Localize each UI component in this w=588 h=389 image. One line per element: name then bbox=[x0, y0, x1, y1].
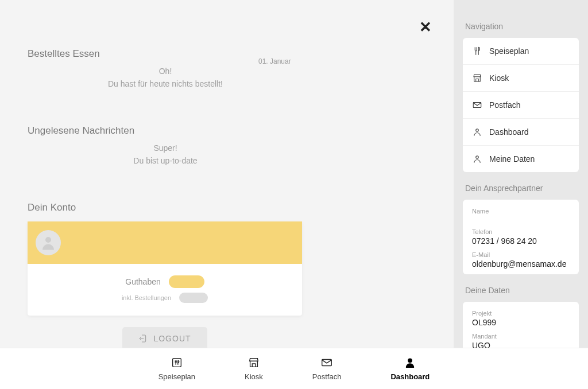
ordered-food-exclaim: Oh! bbox=[28, 67, 303, 76]
contact-card: Name Telefon 07231 / 968 24 20 E-Mail ol… bbox=[463, 200, 579, 274]
utensils-icon bbox=[171, 356, 183, 369]
tab-label: Dashboard bbox=[390, 372, 430, 381]
store-icon bbox=[247, 356, 260, 369]
balance-incl-value-pill bbox=[179, 293, 208, 303]
svg-point-0 bbox=[45, 237, 51, 243]
svg-rect-5 bbox=[322, 360, 332, 366]
ordered-food-date: 01. Januar bbox=[258, 57, 291, 65]
nav-label: Speiseplan bbox=[489, 46, 529, 56]
contact-email-value: oldenburg@mensamax.de bbox=[472, 259, 570, 269]
nav-label: Meine Daten bbox=[489, 154, 535, 164]
tab-dashboard[interactable]: Dashboard bbox=[390, 356, 430, 381]
nav-label: Kiosk bbox=[489, 73, 509, 83]
unread-heading: Ungelesene Nachrichten bbox=[28, 125, 431, 137]
store-icon bbox=[472, 73, 482, 83]
svg-rect-1 bbox=[473, 103, 481, 108]
logout-icon bbox=[138, 334, 148, 343]
close-icon[interactable]: ✕ bbox=[419, 18, 432, 36]
mail-icon bbox=[320, 356, 333, 369]
project-value: OL999 bbox=[472, 318, 570, 327]
tab-label: Kiosk bbox=[245, 372, 263, 381]
contact-email-label: E-Mail bbox=[472, 251, 570, 258]
nav-label: Postfach bbox=[489, 100, 520, 110]
nav-heading: Navigation bbox=[465, 22, 579, 31]
svg-point-2 bbox=[476, 129, 479, 132]
mandant-value: UGO bbox=[472, 341, 570, 348]
user-icon bbox=[472, 127, 482, 137]
tab-kiosk[interactable]: Kiosk bbox=[245, 356, 263, 381]
account-heading: Dein Konto bbox=[28, 202, 431, 213]
contact-phone-label: Telefon bbox=[472, 228, 570, 235]
contact-name-value bbox=[472, 216, 570, 223]
svg-point-3 bbox=[476, 156, 479, 159]
svg-rect-4 bbox=[173, 359, 181, 367]
account-card: Guthaben inkl. Bestellungen bbox=[28, 221, 302, 316]
balance-value-pill bbox=[169, 275, 204, 288]
nav-item-postfach[interactable]: Postfach bbox=[463, 92, 579, 119]
user-icon bbox=[404, 356, 416, 369]
nav-label: Dashboard bbox=[489, 127, 529, 137]
tab-postfach[interactable]: Postfach bbox=[312, 356, 342, 381]
data-heading: Deine Daten bbox=[465, 286, 579, 295]
contact-heading: Dein Ansprechpartner bbox=[465, 184, 579, 193]
ordered-food-empty-text: Du hast für heute nichts bestellt! bbox=[28, 79, 303, 88]
tab-speiseplan[interactable]: Speiseplan bbox=[158, 356, 195, 381]
tab-bar: Speiseplan Kiosk Postfach Dashboard bbox=[0, 348, 588, 389]
balance-label: Guthaben bbox=[125, 277, 161, 286]
logout-button[interactable]: LOGOUT bbox=[122, 327, 207, 348]
contact-name-label: Name bbox=[472, 208, 570, 215]
user-icon bbox=[472, 154, 482, 164]
svg-point-6 bbox=[408, 359, 412, 362]
mail-icon bbox=[472, 100, 482, 110]
tab-label: Postfach bbox=[312, 372, 342, 381]
utensils-icon bbox=[472, 46, 482, 56]
nav-item-kiosk[interactable]: Kiosk bbox=[463, 65, 579, 92]
tab-label: Speiseplan bbox=[158, 372, 195, 381]
project-label: Projekt bbox=[472, 310, 570, 317]
contact-phone-value: 07231 / 968 24 20 bbox=[472, 236, 570, 246]
user-icon bbox=[40, 234, 57, 251]
logout-label: LOGOUT bbox=[153, 334, 191, 343]
balance-incl-label: inkl. Bestellungen bbox=[122, 294, 171, 301]
unread-exclaim: Super! bbox=[28, 143, 303, 153]
data-card: Projekt OL999 Mandant UGO bbox=[463, 302, 579, 348]
mandant-label: Mandant bbox=[472, 333, 570, 340]
account-header bbox=[28, 221, 302, 264]
nav-item-meine-daten[interactable]: Meine Daten bbox=[463, 146, 579, 172]
nav-item-dashboard[interactable]: Dashboard bbox=[463, 119, 579, 146]
nav-list: Speiseplan Kiosk Postfach Dashboard Mein… bbox=[463, 38, 579, 172]
nav-item-speiseplan[interactable]: Speiseplan bbox=[463, 38, 579, 65]
ordered-food-heading: Bestelltes Essen bbox=[28, 48, 431, 60]
unread-empty-text: Du bist up-to-date bbox=[28, 156, 303, 165]
avatar bbox=[36, 230, 61, 255]
